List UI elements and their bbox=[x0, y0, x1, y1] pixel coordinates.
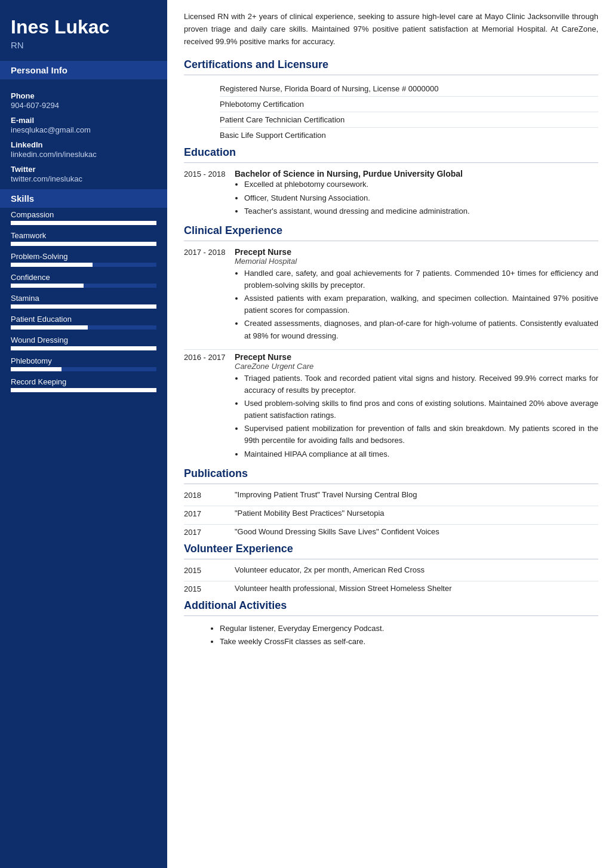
experience-item-divider bbox=[184, 349, 598, 350]
publication-text: "Improving Patient Trust" Travel Nursing… bbox=[235, 490, 598, 500]
personal-info-block: Phone 904-607-9294 E-mail inesqlukac@gma… bbox=[0, 79, 167, 189]
skill-bar-fill bbox=[11, 325, 88, 330]
experience-entry: 2016 - 2017Precept NurseCareZone Urgent … bbox=[184, 352, 598, 461]
skill-bar-fill bbox=[11, 221, 156, 225]
activities-divider bbox=[184, 615, 598, 616]
publications-title: Publications bbox=[184, 467, 598, 480]
phone-value: 904-607-9294 bbox=[11, 101, 156, 110]
skill-name: Confidence bbox=[11, 273, 156, 282]
resume-container: Ines Lukac RN Personal Info Phone 904-60… bbox=[0, 0, 615, 868]
summary-text: Licensed RN with 2+ years of clinical ex… bbox=[184, 11, 598, 48]
skill-bar-background bbox=[11, 263, 156, 267]
experience-year: 2017 - 2018 bbox=[184, 247, 235, 343]
skill-item: Patient Education bbox=[11, 315, 156, 330]
publication-entry: 2017"Good Wound Dressing Skills Save Liv… bbox=[184, 527, 598, 537]
certification-item: Patient Care Technician Certification bbox=[220, 112, 598, 128]
experience-bullet: Used problem-solving skills to find pros… bbox=[244, 398, 598, 421]
publication-entry: 2017"Patient Mobility Best Practices" Nu… bbox=[184, 509, 598, 518]
skill-name: Stamina bbox=[11, 294, 156, 303]
skill-bar-dark bbox=[61, 371, 84, 375]
skill-bar-fill bbox=[11, 242, 156, 246]
skill-bar-dark bbox=[88, 330, 105, 334]
experience-entry: 2017 - 2018Precept NurseMemorial Hospita… bbox=[184, 247, 598, 343]
education-content: Bachelor of Science in Nursing, Purdue U… bbox=[235, 169, 598, 218]
skill-bar-background bbox=[11, 284, 156, 288]
skill-bar-background bbox=[11, 346, 156, 350]
publication-entry: 2018"Improving Patient Trust" Travel Nur… bbox=[184, 490, 598, 500]
skill-bar-background bbox=[11, 242, 156, 246]
experience-employer: Memorial Hospital bbox=[235, 257, 598, 266]
experience-bullets: Handled care, safety, and goal achieveme… bbox=[235, 267, 598, 342]
skills-section-bar: Skills bbox=[0, 189, 167, 208]
experience-bullet: Maintained HIPAA compliance at all times… bbox=[244, 448, 598, 460]
skill-bar-fill bbox=[11, 284, 84, 288]
activity-item: Take weekly CrossFit classes as self-car… bbox=[220, 635, 598, 648]
skill-item: Wound Dressing bbox=[11, 335, 156, 350]
linkedin-value: linkedin.com/in/ineslukac bbox=[11, 150, 156, 159]
experience-bullets: Triaged patients. Took and recorded pati… bbox=[235, 373, 598, 460]
certifications-title: Certifications and Licensure bbox=[184, 59, 598, 71]
main-content: Licensed RN with 2+ years of clinical ex… bbox=[167, 0, 615, 868]
sidebar-header: Ines Lukac RN bbox=[0, 0, 167, 61]
twitter-label: Twitter bbox=[11, 165, 156, 174]
publication-text: "Good Wound Dressing Skills Save Lives" … bbox=[235, 527, 598, 537]
volunteer-title: Volunteer Experience bbox=[184, 543, 598, 555]
certification-item: Basic Life Support Certification bbox=[220, 128, 598, 143]
skill-name: Record Keeping bbox=[11, 377, 156, 386]
volunteer-divider bbox=[184, 559, 598, 559]
publications-container: 2018"Improving Patient Trust" Travel Nur… bbox=[184, 490, 598, 537]
skill-bar-fill bbox=[11, 367, 61, 371]
experience-title: Clinical Experience bbox=[184, 224, 598, 237]
certification-item: Phlebotomy Certification bbox=[220, 97, 598, 112]
experience-year: 2016 - 2017 bbox=[184, 352, 235, 461]
candidate-title: RN bbox=[11, 40, 155, 50]
skill-item: Stamina bbox=[11, 294, 156, 309]
skill-name: Phlebotomy bbox=[11, 356, 156, 365]
education-bullet: Officer, Student Nursing Association. bbox=[244, 192, 598, 204]
skill-name: Compassion bbox=[11, 210, 156, 219]
skill-bar-fill bbox=[11, 388, 156, 392]
experience-bullet: Triaged patients. Took and recorded pati… bbox=[244, 373, 598, 396]
skill-bar-fill bbox=[11, 346, 156, 350]
experience-content: Precept NurseCareZone Urgent CareTriaged… bbox=[235, 352, 598, 461]
education-container: 2015 - 2018Bachelor of Science in Nursin… bbox=[184, 169, 598, 218]
publications-divider bbox=[184, 484, 598, 484]
publication-text: "Patient Mobility Best Practices" Nurset… bbox=[235, 509, 598, 518]
skill-name: Problem-Solving bbox=[11, 252, 156, 261]
experience-bullet: Assisted patients with exam preparation,… bbox=[244, 293, 598, 316]
experience-job-title: Precept Nurse bbox=[235, 247, 598, 257]
experience-employer: CareZone Urgent Care bbox=[235, 362, 598, 371]
publication-year: 2018 bbox=[184, 490, 235, 500]
education-bullets: Excelled at phlebotomy coursework.Office… bbox=[235, 178, 598, 217]
volunteer-container: 2015Volunteer educator, 2x per month, Am… bbox=[184, 565, 598, 593]
education-divider bbox=[184, 162, 598, 163]
experience-bullet: Supervised patient mobilization for prev… bbox=[244, 423, 598, 447]
linkedin-label: LinkedIn bbox=[11, 140, 156, 149]
candidate-name: Ines Lukac bbox=[11, 17, 155, 38]
publication-year: 2017 bbox=[184, 527, 235, 537]
skill-bar-background bbox=[11, 388, 156, 392]
skill-bar-fill bbox=[11, 304, 156, 309]
experience-divider bbox=[184, 241, 598, 241]
education-title-text: Bachelor of Science in Nursing, Purdue U… bbox=[235, 169, 598, 178]
skill-bar-background bbox=[11, 325, 156, 330]
experience-bullet: Handled care, safety, and goal achieveme… bbox=[244, 267, 598, 291]
experience-container: 2017 - 2018Precept NurseMemorial Hospita… bbox=[184, 247, 598, 461]
skill-name: Wound Dressing bbox=[11, 335, 156, 344]
volunteer-divider bbox=[184, 581, 598, 581]
certification-item: Registered Nurse, Florida Board of Nursi… bbox=[220, 81, 598, 97]
activities-title: Additional Activities bbox=[184, 599, 598, 612]
education-bullet: Excelled at phlebotomy coursework. bbox=[244, 178, 598, 190]
volunteer-entry: 2015Volunteer health professional, Missi… bbox=[184, 584, 598, 593]
email-label: E-mail bbox=[11, 116, 156, 125]
skill-item: Confidence bbox=[11, 273, 156, 288]
skill-name: Patient Education bbox=[11, 315, 156, 324]
skill-item: Compassion bbox=[11, 210, 156, 225]
activities-list: Regular listener, Everyday Emergency Pod… bbox=[184, 622, 598, 648]
skill-bar-background bbox=[11, 304, 156, 309]
email-value: inesqlukac@gmail.com bbox=[11, 125, 156, 134]
experience-job-title: Precept Nurse bbox=[235, 352, 598, 362]
skill-bar-fill bbox=[11, 263, 93, 267]
volunteer-year: 2015 bbox=[184, 584, 235, 593]
certifications-divider bbox=[184, 75, 598, 75]
